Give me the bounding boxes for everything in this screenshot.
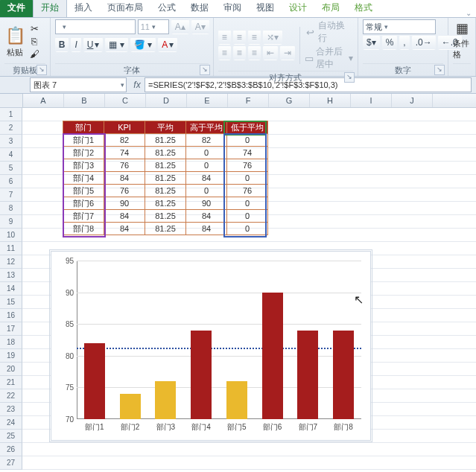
align-launcher[interactable]: ↘ [344,72,355,83]
chart-bar[interactable] [262,293,283,419]
align-bottom-icon[interactable]: ≡ [248,30,261,45]
align-right-icon[interactable]: ≡ [248,45,261,60]
row-header[interactable]: 9 [0,215,22,229]
row-header[interactable]: 5 [0,162,22,175]
x-tick-label: 部门6 [258,422,288,433]
row-header[interactable]: 22 [0,389,22,403]
fill-color-button[interactable]: 🪣 ▾ [130,37,156,52]
chart-bar[interactable] [191,331,212,419]
font-launcher[interactable]: ↘ [200,65,210,75]
chart-bar[interactable] [297,331,318,419]
chart-bar[interactable] [155,381,176,419]
row-header[interactable]: 1 [0,108,22,121]
number-format-combo[interactable]: 常规▾ [363,19,436,34]
comma-icon[interactable]: , [399,35,409,50]
column-header[interactable]: C [105,94,146,107]
row-header[interactable]: 7 [0,188,22,202]
bold-button[interactable]: B [55,37,69,52]
row-header[interactable]: 2 [0,121,22,135]
chart-bar[interactable] [84,343,105,419]
increase-indent-icon[interactable]: ⇥ [280,45,295,60]
row-header[interactable]: 4 [0,148,22,162]
percent-icon[interactable]: % [382,35,398,50]
row-header[interactable]: 6 [0,175,22,188]
row-header[interactable]: 25 [0,430,22,443]
tab-review[interactable]: 审阅 [216,0,249,17]
tab-home[interactable]: 开始 [33,0,67,17]
row-header[interactable]: 27 [0,456,22,470]
align-middle-icon[interactable]: ≡ [233,30,246,45]
tab-chart-layout[interactable]: 布局 [314,0,347,17]
select-all-corner[interactable] [0,94,23,107]
fx-button[interactable]: fx [130,80,145,90]
row-header[interactable]: 8 [0,202,22,215]
row-header[interactable]: 19 [0,349,22,363]
cut-icon[interactable]: ✂ [28,23,40,35]
underline-button[interactable]: U ▾ [83,37,104,52]
tab-chart-design[interactable]: 设计 [282,0,314,17]
row-header[interactable]: 14 [0,282,22,296]
paste-icon[interactable]: 📋 [4,25,25,46]
align-top-icon[interactable]: ≡ [218,30,231,45]
number-launcher[interactable]: ↘ [434,65,445,75]
copy-icon[interactable]: ⎘ [28,36,40,48]
increase-decimal-icon[interactable]: .0→ [412,35,436,50]
decrease-indent-icon[interactable]: ⇤ [263,45,278,60]
currency-icon[interactable]: $▾ [363,35,380,50]
tab-page-layout[interactable]: 页面布局 [100,0,150,17]
row-header[interactable]: 23 [0,403,22,416]
row-header[interactable]: 21 [0,376,22,389]
row-header[interactable]: 20 [0,363,22,376]
row-header[interactable]: 17 [0,322,22,336]
row-header[interactable]: 24 [0,416,22,430]
row-header[interactable]: 18 [0,336,22,349]
decrease-font-icon[interactable]: A▾ [191,19,209,34]
font-name-combo[interactable]: ▾ [55,19,136,34]
ribbon-collapse-icon[interactable]: ⌄ [466,9,472,17]
format-painter-icon[interactable]: 🖌 [28,48,40,60]
tab-file[interactable]: 文件 [0,0,33,17]
column-header[interactable]: A [23,94,64,107]
chart-bar[interactable] [120,394,141,419]
merge-center-icon[interactable]: ▭ [305,52,314,64]
row-header[interactable]: 3 [0,135,22,148]
clipboard-launcher[interactable]: ↘ [37,65,47,75]
row-header[interactable]: 13 [0,269,22,282]
row-header[interactable]: 15 [0,296,22,309]
row-header[interactable]: 10 [0,229,22,242]
column-header[interactable]: G [269,94,310,107]
column-header[interactable]: H [310,94,351,107]
average-line [77,348,361,349]
tab-insert[interactable]: 插入 [67,0,100,17]
column-header[interactable]: E [187,94,228,107]
name-box[interactable]: 图表 7▾ [30,77,127,92]
column-header[interactable]: J [392,94,433,107]
column-header[interactable]: B [64,94,105,107]
column-header[interactable]: D [146,94,187,107]
italic-button[interactable]: I [71,37,80,52]
orientation-icon[interactable]: ⤭▾ [263,30,282,45]
tab-chart-format[interactable]: 格式 [347,0,380,17]
border-button[interactable]: ▦ ▾ [105,37,127,52]
align-center-icon[interactable]: ≡ [233,45,246,60]
row-header[interactable]: 11 [0,242,22,255]
column-header[interactable]: I [351,94,392,107]
conditional-format-icon[interactable]: ▦ [453,19,471,37]
row-header[interactable]: 16 [0,309,22,322]
chevron-down-icon[interactable]: ▾ [121,81,124,89]
chart-bar[interactable] [226,381,247,419]
tab-data[interactable]: 数据 [183,0,216,17]
column-header[interactable]: F [228,94,269,107]
chart-bar[interactable] [333,331,354,419]
align-left-icon[interactable]: ≡ [218,45,231,60]
tab-view[interactable]: 视图 [249,0,282,17]
increase-font-icon[interactable]: A▴ [171,19,189,34]
font-size-combo[interactable]: 11▾ [138,19,169,34]
tab-formulas[interactable]: 公式 [150,0,183,17]
font-color-button[interactable]: A ▾ [158,37,177,52]
worksheet-grid[interactable]: 1234567891011121314151617181920212223242… [0,108,476,472]
row-header[interactable]: 12 [0,255,22,269]
wrap-text-icon[interactable]: ↩ [305,26,317,38]
embedded-chart[interactable]: 707580859095部门1部门2部门3部门4部门5部门6部门7部门8 [51,251,371,441]
row-header[interactable]: 26 [0,443,22,456]
